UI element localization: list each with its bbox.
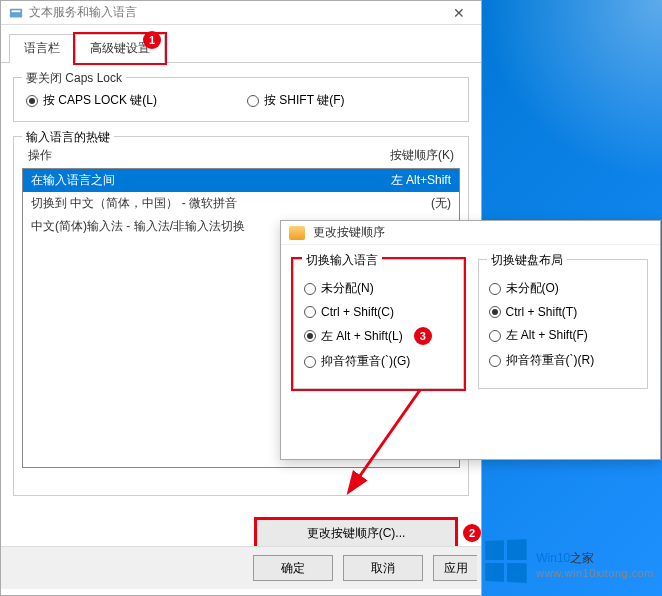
button-label: 更改按键顺序(C)...: [307, 525, 406, 542]
radio-dot-icon: [489, 355, 501, 367]
titlebar: 更改按键顺序: [281, 221, 660, 245]
cell-keys: 左 Alt+Shift: [391, 172, 451, 189]
radio-ctrl-shift[interactable]: Ctrl + Shift(C): [304, 305, 453, 319]
list-item[interactable]: 切换到 中文（简体，中国） - 微软拼音 (无): [23, 192, 459, 215]
desktop-light: [462, 0, 662, 220]
brand-b: 之家: [570, 551, 594, 565]
button-label: 确定: [281, 560, 305, 577]
radio-dot-icon: [304, 283, 316, 295]
capslock-legend: 要关闭 Caps Lock: [22, 70, 126, 87]
col-action: 操作: [28, 147, 52, 164]
radio-left-alt-shift[interactable]: 左 Alt + Shift(L) 3: [304, 327, 453, 345]
close-icon[interactable]: ✕: [445, 5, 473, 21]
windows-logo-icon: [486, 539, 527, 583]
cell-keys: (无): [431, 195, 451, 212]
switch-input-language-group: 切换输入语言 未分配(N) Ctrl + Shift(C) 左 Alt + Sh…: [293, 259, 464, 389]
radio-shift-key[interactable]: 按 SHIFT 键(F): [247, 92, 344, 109]
radio-label: 未分配(N): [321, 280, 374, 297]
dialog-buttons: 确定 取消 应用: [1, 546, 481, 589]
col-keys: 按键顺序(K): [390, 147, 454, 164]
hotkeys-legend: 输入语言的热键: [22, 129, 114, 146]
radio-grave-accent[interactable]: 抑音符重音(`)(G): [304, 353, 453, 370]
cell-action: 在输入语言之间: [31, 172, 115, 189]
radio-grave-accent[interactable]: 抑音符重音(`)(R): [489, 352, 638, 369]
tab-strip: 语言栏 高级键设置 1: [1, 25, 481, 63]
badge-1: 1: [143, 31, 161, 49]
change-sequence-button[interactable]: 更改按键顺序(C)...: [256, 519, 456, 547]
radio-dot-icon: [304, 356, 316, 368]
cancel-button[interactable]: 取消: [343, 555, 423, 581]
button-label: 应用: [444, 560, 468, 577]
badge-3: 3: [414, 327, 432, 345]
radio-label: Ctrl + Shift(C): [321, 305, 394, 319]
radio-dot-icon: [247, 95, 259, 107]
apply-button[interactable]: 应用: [433, 555, 477, 581]
radio-label: 按 CAPS LOCK 键(L): [43, 92, 157, 109]
ok-button[interactable]: 确定: [253, 555, 333, 581]
dialog-title: 文本服务和输入语言: [29, 4, 445, 21]
capslock-group: 要关闭 Caps Lock 按 CAPS LOCK 键(L) 按 SHIFT 键…: [13, 77, 469, 122]
watermark-brand: Win10之家: [536, 544, 654, 567]
brand-a: Win10: [536, 551, 570, 565]
radio-dot-icon: [26, 95, 38, 107]
radio-dot-icon: [304, 306, 316, 318]
watermark: Win10之家 www.win10xitong.com: [484, 540, 654, 582]
titlebar: 文本服务和输入语言 ✕: [1, 1, 481, 25]
radio-label: 左 Alt + Shift(L): [321, 328, 403, 345]
radio-label: 未分配(O): [506, 280, 559, 297]
radio-dot-icon: [489, 306, 501, 318]
svg-rect-1: [12, 10, 21, 12]
change-sequence-row: 更改按键顺序(C)... 2: [256, 519, 463, 547]
group-legend: 切换键盘布局: [487, 252, 567, 269]
radio-ctrl-shift[interactable]: Ctrl + Shift(T): [489, 305, 638, 319]
radio-capslock-key[interactable]: 按 CAPS LOCK 键(L): [26, 92, 157, 109]
app-icon: [9, 6, 23, 20]
radio-label: 抑音符重音(`)(G): [321, 353, 410, 370]
keyboard-icon: [289, 226, 305, 240]
group-legend: 切换输入语言: [302, 252, 382, 269]
svg-rect-0: [10, 8, 22, 17]
badge-2: 2: [463, 524, 481, 542]
button-label: 取消: [371, 560, 395, 577]
radio-left-alt-shift[interactable]: 左 Alt + Shift(F): [489, 327, 638, 344]
radio-label: 抑音符重音(`)(R): [506, 352, 595, 369]
tab-language-bar[interactable]: 语言栏: [9, 34, 75, 63]
list-item[interactable]: 在输入语言之间 左 Alt+Shift: [23, 169, 459, 192]
radio-none[interactable]: 未分配(O): [489, 280, 638, 297]
radio-label: 按 SHIFT 键(F): [264, 92, 344, 109]
radio-none[interactable]: 未分配(N): [304, 280, 453, 297]
switch-keyboard-layout-group: 切换键盘布局 未分配(O) Ctrl + Shift(T) 左 Alt + Sh…: [478, 259, 649, 389]
change-key-sequence-dialog: 更改按键顺序 切换输入语言 未分配(N) Ctrl + Shift(C) 左 A…: [280, 220, 661, 460]
cell-action: 切换到 中文（简体，中国） - 微软拼音: [31, 195, 237, 212]
dialog-title: 更改按键顺序: [313, 224, 652, 241]
radio-dot-icon: [489, 330, 501, 342]
radio-label: Ctrl + Shift(T): [506, 305, 578, 319]
cell-action: 中文(简体)输入法 - 输入法/非输入法切换: [31, 218, 245, 235]
radio-dot-icon: [489, 283, 501, 295]
radio-label: 左 Alt + Shift(F): [506, 327, 588, 344]
watermark-url: www.win10xitong.com: [536, 567, 654, 579]
radio-dot-icon: [304, 330, 316, 342]
